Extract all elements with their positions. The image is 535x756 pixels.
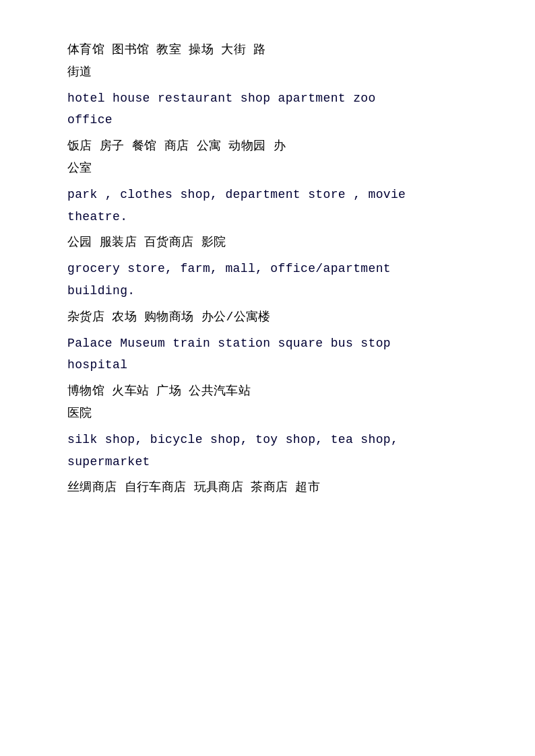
text-line: 杂货店 农场 购物商场 办公/公寓楼 (67, 308, 468, 327)
text-block-block7: 杂货店 农场 购物商场 办公/公寓楼 (67, 308, 468, 327)
text-block-block4: park , clothes shop, department store , … (67, 185, 468, 227)
text-line: Palace Museum train station square bus s… (67, 334, 468, 353)
text-line: 公园 服装店 百货商店 影院 (67, 233, 468, 252)
content: 体育馆 图书馆 教室 操场 大街 路街道hotel house restaura… (67, 40, 468, 497)
text-block-block9: 博物馆 火车站 广场 公共汽车站医院 (67, 382, 468, 423)
text-line: office (67, 110, 468, 130)
text-line: supermarket (67, 452, 468, 472)
text-line: hospital (67, 355, 468, 375)
text-line: park , clothes shop, department store , … (67, 185, 468, 205)
text-line: building. (67, 281, 468, 301)
text-block-block11: 丝绸商店 自行车商店 玩具商店 茶商店 超市 (67, 478, 468, 497)
text-line: 医院 (67, 404, 468, 423)
text-line: 街道 (67, 63, 468, 82)
text-block-block8: Palace Museum train station square bus s… (67, 334, 468, 376)
page: 体育馆 图书馆 教室 操场 大街 路街道hotel house restaura… (0, 0, 535, 756)
text-line: 饭店 房子 餐馆 商店 公寓 动物园 办 (67, 137, 468, 156)
text-block-block3: 饭店 房子 餐馆 商店 公寓 动物园 办公室 (67, 137, 468, 178)
text-line: hotel house restaurant shop apartment zo… (67, 89, 468, 108)
text-block-block1: 体育馆 图书馆 教室 操场 大街 路街道 (67, 40, 468, 82)
text-block-block2: hotel house restaurant shop apartment zo… (67, 89, 468, 131)
text-line: grocery store, farm, mall, office/apartm… (67, 259, 468, 279)
text-line: theatre. (67, 207, 468, 227)
text-line: 体育馆 图书馆 教室 操场 大街 路 (67, 40, 468, 60)
text-line: 博物馆 火车站 广场 公共汽车站 (67, 382, 468, 401)
text-line: 丝绸商店 自行车商店 玩具商店 茶商店 超市 (67, 478, 468, 497)
text-block-block6: grocery store, farm, mall, office/apartm… (67, 259, 468, 301)
text-line: silk shop, bicycle shop, toy shop, tea s… (67, 430, 468, 450)
text-line: 公室 (67, 159, 468, 178)
text-block-block5: 公园 服装店 百货商店 影院 (67, 233, 468, 252)
text-block-block10: silk shop, bicycle shop, toy shop, tea s… (67, 430, 468, 472)
